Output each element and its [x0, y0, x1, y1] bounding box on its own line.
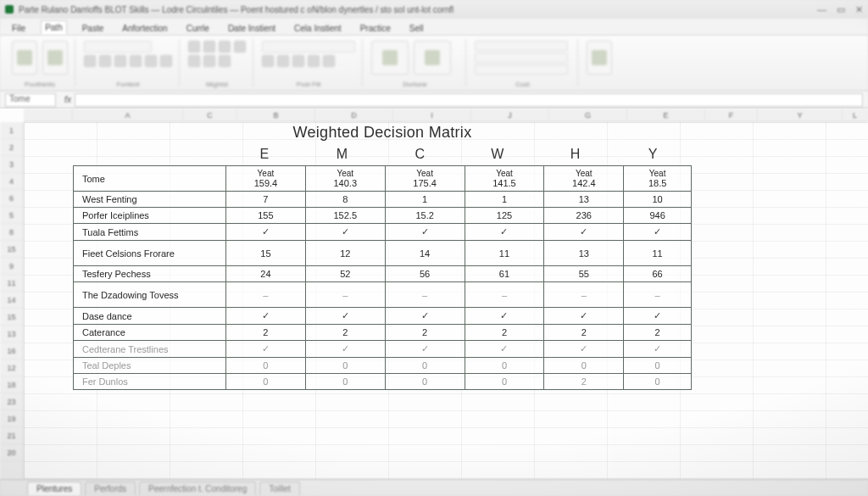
row-header[interactable]: 20	[0, 444, 23, 461]
formula-input[interactable]	[75, 93, 863, 107]
matrix-row[interactable]: Fieet Celsions Frorare151214111311	[74, 241, 692, 266]
matrix-cell[interactable]: 0	[544, 358, 624, 374]
ribbon-tab[interactable]: Cela Instient	[291, 22, 345, 35]
row-header[interactable]: 2	[0, 139, 23, 156]
matrix-cell[interactable]	[624, 308, 692, 325]
matrix-cell[interactable]: 125	[465, 208, 544, 224]
cond-b[interactable]	[475, 53, 568, 63]
col-header[interactable]: E	[627, 109, 705, 121]
ribbon-tab[interactable]: Currle	[183, 22, 213, 35]
paste-button[interactable]	[12, 41, 37, 75]
format-button[interactable]	[42, 41, 68, 75]
row-header[interactable]: 13	[0, 326, 23, 343]
matrix-cell[interactable]	[465, 224, 544, 241]
ribbon-tab[interactable]: Anfortection	[119, 22, 170, 35]
matrix-cell[interactable]: 56	[385, 266, 465, 282]
matrix-row[interactable]: Dase dance	[74, 308, 692, 325]
sheet-tab[interactable]: Peernfection t. Conditoreg	[139, 482, 256, 495]
row-header[interactable]: 3	[0, 156, 23, 173]
matrix-cell[interactable]: 7	[226, 192, 306, 208]
matrix-cell[interactable]	[226, 282, 306, 308]
matrix-cell[interactable]: 52	[305, 266, 385, 282]
matrix-cell[interactable]	[624, 341, 692, 358]
matrix-cell[interactable]: 0	[226, 358, 306, 374]
ribbon-tab[interactable]: Path	[41, 20, 67, 35]
font-selector[interactable]	[84, 41, 152, 53]
outdent-icon[interactable]	[219, 55, 231, 67]
ribbon-tab[interactable]: File	[8, 22, 29, 35]
row-header[interactable]: 21	[0, 427, 23, 444]
matrix-row[interactable]: Teal Deples000000	[74, 358, 692, 374]
indent-icon[interactable]	[203, 55, 215, 67]
matrix-cell[interactable]: 0	[305, 358, 385, 374]
row-header[interactable]: 12	[0, 359, 23, 376]
ribbon-tab[interactable]: Practice	[357, 22, 394, 35]
matrix-cell[interactable]: 0	[305, 374, 385, 390]
matrix-cell[interactable]	[465, 308, 544, 325]
cond-a[interactable]	[475, 41, 568, 51]
matrix-cell[interactable]: 155	[226, 208, 306, 224]
font-color-icon[interactable]	[160, 55, 172, 67]
align-left-icon[interactable]	[188, 41, 200, 53]
row-header[interactable]: 6	[0, 190, 23, 207]
worksheet[interactable]: A C B D I J G E F Y L 123465815911141513…	[0, 109, 868, 479]
matrix-cell[interactable]	[544, 282, 624, 308]
wrap-text-icon[interactable]	[234, 41, 246, 53]
col-header[interactable]: A	[73, 109, 183, 121]
cond-c[interactable]	[475, 64, 568, 75]
percent-icon[interactable]	[277, 55, 289, 67]
ribbon-tab[interactable]: Date Instient	[225, 22, 279, 35]
matrix-cell[interactable]: 1	[465, 192, 544, 208]
matrix-cell[interactable]: 236	[544, 208, 624, 224]
decimal-inc-icon[interactable]	[308, 55, 320, 67]
paste-special-button[interactable]	[587, 41, 612, 75]
col-header[interactable]: I	[393, 109, 471, 121]
matrix-row[interactable]: Cedterane Trestlines	[74, 341, 692, 358]
matrix-cell[interactable]: 0	[385, 374, 465, 390]
matrix-cell[interactable]: 13	[544, 192, 624, 208]
matrix-cell[interactable]: 946	[624, 208, 692, 224]
fx-icon[interactable]: fx	[61, 95, 75, 104]
matrix-cell[interactable]	[465, 341, 544, 358]
row-header[interactable]: 4	[0, 173, 23, 190]
matrix-cell[interactable]	[385, 341, 465, 358]
matrix-cell[interactable]: 0	[465, 358, 544, 374]
matrix-cell[interactable]: 66	[624, 266, 692, 282]
matrix-cell[interactable]: 1	[385, 192, 465, 208]
sheet-tab[interactable]: Perfords	[85, 482, 136, 495]
matrix-cell[interactable]: 2	[544, 325, 624, 341]
matrix-cell[interactable]: 2	[305, 325, 385, 341]
matrix-cell[interactable]	[544, 224, 624, 241]
matrix-row[interactable]: Tesfery Pechess245256615566	[74, 266, 692, 282]
row-header[interactable]: 16	[0, 343, 23, 359]
matrix-cell[interactable]	[544, 308, 624, 325]
bold-icon[interactable]	[84, 55, 96, 67]
sheet-tab[interactable]: Plentures	[27, 482, 81, 495]
matrix-cell[interactable]	[624, 282, 692, 308]
sort-filter-button[interactable]	[371, 41, 409, 75]
matrix-cell[interactable]: 2	[465, 325, 544, 341]
maximize-button[interactable]: ▭	[837, 4, 845, 15]
matrix-cell[interactable]: 2	[624, 325, 692, 341]
matrix-cell[interactable]: 15.2	[385, 208, 465, 224]
matrix-cell[interactable]: 11	[465, 241, 544, 266]
matrix-cell[interactable]	[624, 224, 692, 241]
matrix-row[interactable]: Tuala Fettims	[74, 224, 692, 241]
matrix-cell[interactable]: 24	[226, 266, 306, 282]
number-format-selector[interactable]	[262, 41, 355, 53]
row-header[interactable]: 18	[0, 376, 23, 393]
matrix-cell[interactable]: 11	[624, 241, 692, 266]
col-header[interactable]: L	[843, 109, 868, 121]
row-headers[interactable]: 12346581591114151316121823192120	[0, 122, 24, 479]
align-right-icon[interactable]	[219, 41, 231, 53]
row-header[interactable]: 23	[0, 393, 23, 410]
matrix-row[interactable]: Fer Dunlos000020	[74, 374, 692, 390]
underline-icon[interactable]	[114, 55, 126, 67]
minimize-button[interactable]: —	[817, 4, 826, 15]
row-header[interactable]: 15	[0, 241, 23, 258]
matrix-cell[interactable]: 2	[226, 325, 306, 341]
matrix-cell[interactable]	[385, 308, 465, 325]
italic-icon[interactable]	[99, 55, 111, 67]
decimal-dec-icon[interactable]	[323, 55, 335, 67]
matrix-row[interactable]: Caterance222222	[74, 325, 692, 341]
